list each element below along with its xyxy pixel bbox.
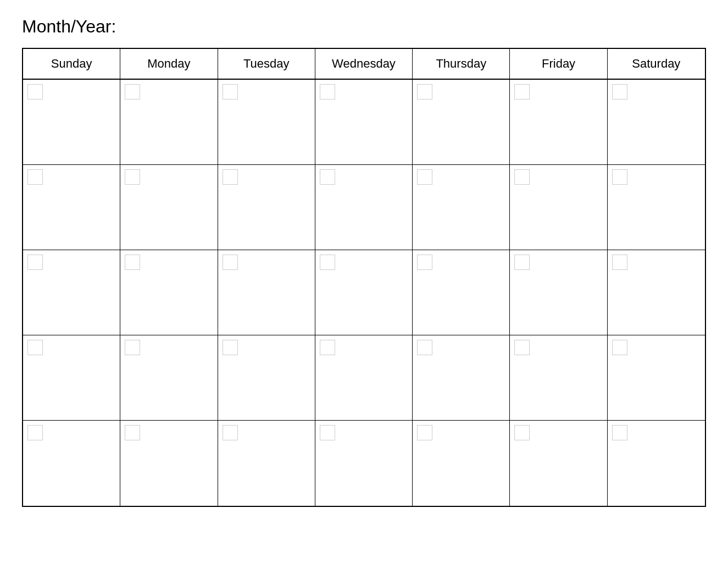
date-box [514,425,530,440]
header-thursday: Thursday [413,49,510,79]
date-box [223,340,238,355]
date-box [514,340,530,355]
date-box [27,340,43,355]
date-box [125,340,140,355]
date-box [223,255,238,270]
calendar-cell[interactable] [315,80,413,164]
date-box [514,255,530,270]
date-box [417,169,432,185]
calendar-cell[interactable] [413,80,510,164]
calendar-cell[interactable] [608,250,705,335]
calendar-cell[interactable] [413,250,510,335]
calendar-cell[interactable] [23,421,120,506]
calendar-cell[interactable] [315,421,413,506]
date-box [514,169,530,185]
header-saturday: Saturday [608,49,705,79]
date-box [417,255,432,270]
header-wednesday: Wednesday [315,49,413,79]
calendar-cell[interactable] [315,250,413,335]
calendar-cell[interactable] [23,335,120,420]
date-box [125,255,140,270]
date-box [125,425,140,440]
calendar-row [23,80,705,165]
date-box [320,84,335,100]
date-box [27,255,43,270]
calendar-cell[interactable] [218,421,315,506]
calendar: Sunday Monday Tuesday Wednesday Thursday… [22,48,706,507]
header-monday: Monday [120,49,218,79]
date-box [514,84,530,100]
date-box [320,255,335,270]
calendar-row [23,421,705,506]
calendar-cell[interactable] [510,80,607,164]
date-box [612,84,627,100]
date-box [223,84,238,100]
date-box [417,84,432,100]
calendar-cell[interactable] [608,421,705,506]
calendar-cell[interactable] [608,335,705,420]
calendar-cell[interactable] [315,165,413,250]
date-box [612,425,627,440]
calendar-cell[interactable] [608,80,705,164]
calendar-cell[interactable] [315,335,413,420]
date-box [27,84,43,100]
date-box [125,84,140,100]
calendar-cell[interactable] [23,165,120,250]
calendar-cell[interactable] [23,80,120,164]
calendar-cell[interactable] [218,80,315,164]
calendar-header: Sunday Monday Tuesday Wednesday Thursday… [23,49,705,80]
calendar-cell[interactable] [23,250,120,335]
calendar-cell[interactable] [218,165,315,250]
page-title: Month/Year: [22,16,706,37]
date-box [125,169,140,185]
calendar-body [23,80,705,506]
calendar-cell[interactable] [608,165,705,250]
calendar-cell[interactable] [120,165,218,250]
calendar-cell[interactable] [510,165,607,250]
calendar-cell[interactable] [120,80,218,164]
header-sunday: Sunday [23,49,120,79]
date-box [27,425,43,440]
calendar-cell[interactable] [120,335,218,420]
calendar-row [23,250,705,335]
date-box [320,425,335,440]
date-box [612,169,627,185]
header-tuesday: Tuesday [218,49,315,79]
calendar-cell[interactable] [120,250,218,335]
date-box [320,169,335,185]
date-box [612,255,627,270]
date-box [27,169,43,185]
calendar-cell[interactable] [413,421,510,506]
calendar-cell[interactable] [510,335,607,420]
date-box [320,340,335,355]
calendar-cell[interactable] [218,250,315,335]
calendar-cell[interactable] [413,335,510,420]
calendar-row [23,335,705,421]
calendar-cell[interactable] [510,250,607,335]
header-friday: Friday [510,49,607,79]
date-box [223,425,238,440]
date-box [417,340,432,355]
calendar-cell[interactable] [510,421,607,506]
calendar-cell[interactable] [120,421,218,506]
calendar-row [23,165,705,250]
date-box [612,340,627,355]
date-box [223,169,238,185]
calendar-cell[interactable] [218,335,315,420]
date-box [417,425,432,440]
calendar-cell[interactable] [413,165,510,250]
